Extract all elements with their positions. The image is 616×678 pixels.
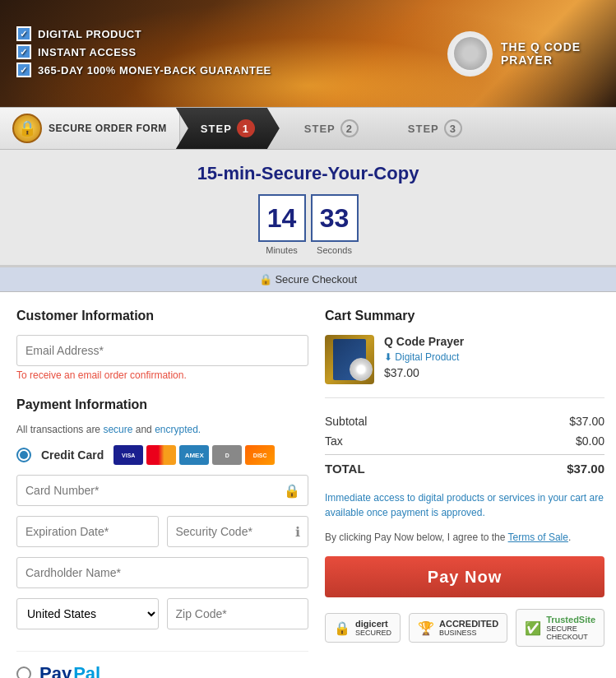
email-group: To receive an email order confirmation. [16,335,308,381]
trusted-site-text: TrustedSite SECURE CHECKOUT [546,615,595,641]
terms-pre: By clicking Pay Now below, I agree to th… [325,532,508,543]
info-icon: ℹ [295,524,300,540]
step-1-label: Step [201,123,232,135]
product-price: $37.00 [384,366,604,379]
digicert-badge: 🔒 digicert SECURED [325,613,401,643]
cardholder-field[interactable] [16,557,308,588]
subtotal-row: Subtotal $37.00 [325,411,604,431]
step-3-num: 3 [444,119,462,137]
thumb-disc [350,358,373,381]
pay-now-button[interactable]: Pay Now [325,556,604,597]
brand-name: The Q Code Prayer [501,40,600,67]
cvv-group: ℹ [167,516,309,547]
amex-icon: AMEX [179,445,209,465]
expiry-field[interactable] [16,516,159,547]
cardholder-group [16,557,308,588]
header-logo-area: The Q Code Prayer [447,31,600,77]
credit-card-row: Credit Card VISA AMEX D DISC [16,445,308,465]
mastercard-icon [146,445,176,465]
digicert-icon: 🔒 [334,620,350,636]
bbb-icon: 🏆 [418,620,434,636]
check-icon-2: ✓ [16,44,31,59]
credit-card-radio[interactable] [16,448,31,462]
timer-minutes-box: 14 [258,194,306,242]
header-features: ✓ Digital Product ✓ Instant Access ✓ 365… [16,26,271,81]
total-val: $37.00 [567,462,604,476]
logo-circle [447,31,493,77]
credit-card-label: Credit Card [41,448,104,462]
tax-label: Tax [325,434,343,448]
email-hint: To receive an email order confirmation. [16,369,308,381]
tax-row: Tax $0.00 [325,431,604,451]
cvv-field[interactable] [167,516,309,547]
payment-section: Payment Information All transactions are… [16,397,308,639]
expiry-group [16,516,159,547]
card-number-wrapper: 🔒 [16,475,308,506]
bbb-badge: 🏆 ACCREDITED BUSINESS [409,613,507,643]
feature-digital-label: Digital Product [38,28,141,40]
bbb-text: ACCREDITED BUSINESS [439,619,498,637]
card-icons: VISA AMEX D DISC [113,445,275,465]
minutes-label: Minutes [258,245,306,255]
feature-digital: ✓ Digital Product [16,26,271,41]
trusted-site-icon: ✅ [525,620,541,636]
total-row: TOTAL $37.00 [325,454,604,479]
paypal-row: PayPal [16,651,308,678]
timer-labels: Minutes Seconds [16,245,600,255]
zip-field[interactable] [167,598,309,629]
cart-product: Q Code Prayer ⬇ Digital Product $37.00 [325,335,604,398]
seconds-label: Seconds [311,245,359,255]
email-field[interactable] [16,335,308,366]
left-column: Customer Information To receive an email… [16,309,308,678]
country-zip-row: United States [16,598,308,639]
timer-boxes: 14 33 [16,194,600,242]
customer-info-title: Customer Information [16,309,308,323]
visa-icon: VISA [113,445,143,465]
product-thumbnail [325,335,374,384]
terms-post: . [568,532,571,543]
secure-order-label: 🔒 Secure Order Form [0,108,180,149]
step-2-num: 2 [340,119,359,137]
step-1: Step 1 [176,108,280,149]
header-banner: ✓ Digital Product ✓ Instant Access ✓ 365… [0,0,616,107]
feature-instant-label: Instant Access [38,46,137,58]
lock-icon: 🔒 [12,114,42,143]
terms-text: By clicking Pay Now below, I agree to th… [325,530,604,545]
product-type: ⬇ Digital Product [384,351,604,363]
terms-link[interactable]: Terms of Sale [508,532,568,543]
step-2-label: Step [304,123,336,135]
feature-instant: ✓ Instant Access [16,44,271,59]
trusted-site-badge: ✅ TrustedSite SECURE CHECKOUT [516,609,604,647]
cart-title: Cart Summary [325,309,604,323]
cart-note-text: Immediate access to digital products or … [325,492,604,518]
paypal-p1: Pay [39,663,72,678]
country-select[interactable]: United States [16,598,159,629]
total-label: TOTAL [325,462,365,476]
feature-guarantee-label: 365-Day 100% Money-Back Guarantee [38,64,271,77]
card-number-field[interactable] [16,475,308,506]
main-content: Customer Information To receive an email… [0,292,616,678]
timer-title: 15-min-Secure-Your-Copy [16,163,600,184]
step-3: Step 3 [383,108,487,149]
subtotal-label: Subtotal [325,415,367,428]
secure-checkout-text: 🔒 Secure Checkout [259,273,357,286]
card-number-group: 🔒 [16,475,308,506]
check-icon-3: ✓ [16,63,31,77]
diners-icon: D [212,445,242,465]
zip-group [167,598,309,629]
tax-val: $0.00 [576,434,604,448]
timer-section: 15-min-Secure-Your-Copy 14 33 Minutes Se… [0,150,616,267]
paypal-radio[interactable] [16,666,31,678]
timer-seconds-box: 33 [311,194,359,242]
cart-totals: Subtotal $37.00 Tax $0.00 TOTAL $37.00 [325,411,604,479]
cvv-wrapper: ℹ [167,516,309,547]
product-name: Q Code Prayer [384,335,604,348]
subtotal-val: $37.00 [569,415,604,428]
digicert-text: digicert SECURED [355,619,391,637]
trust-badges: 🔒 digicert SECURED 🏆 ACCREDITED BUSINESS… [325,609,604,647]
step-1-num: 1 [237,119,255,137]
lock-input-icon: 🔒 [284,483,300,499]
secure-checkout-bar: 🔒 Secure Checkout [0,267,616,292]
cart-product-details: Q Code Prayer ⬇ Digital Product $37.00 [384,335,604,384]
paypal-p2: Pal [73,663,100,678]
